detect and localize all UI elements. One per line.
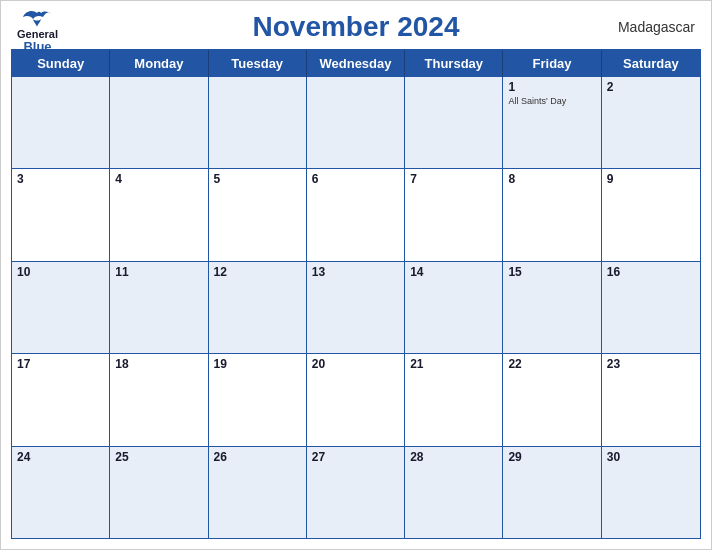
day-cell: 13 xyxy=(307,262,405,353)
day-cell: 19 xyxy=(209,354,307,445)
day-number: 10 xyxy=(17,265,104,279)
day-number: 22 xyxy=(508,357,595,371)
logo: General Blue xyxy=(17,9,58,54)
day-number: 23 xyxy=(607,357,695,371)
day-cell: 24 xyxy=(12,447,110,538)
day-number: 7 xyxy=(410,172,497,186)
header-monday: Monday xyxy=(110,50,208,77)
calendar: Sunday Monday Tuesday Wednesday Thursday… xyxy=(11,49,701,539)
day-number: 9 xyxy=(607,172,695,186)
day-cell: 20 xyxy=(307,354,405,445)
day-number: 26 xyxy=(214,450,301,464)
day-cell: 16 xyxy=(602,262,700,353)
day-cell xyxy=(209,77,307,168)
logo-blue-text: Blue xyxy=(23,40,51,54)
day-cell: 7 xyxy=(405,169,503,260)
day-number: 14 xyxy=(410,265,497,279)
week-row-1: 1All Saints' Day2 xyxy=(12,77,700,168)
day-number: 16 xyxy=(607,265,695,279)
day-cell: 29 xyxy=(503,447,601,538)
month-title: November 2024 xyxy=(252,11,459,43)
week-row-3: 10111213141516 xyxy=(12,261,700,353)
day-cell xyxy=(12,77,110,168)
country-label: Madagascar xyxy=(618,19,695,35)
day-number: 6 xyxy=(312,172,399,186)
day-number: 4 xyxy=(115,172,202,186)
day-cell: 28 xyxy=(405,447,503,538)
day-number: 13 xyxy=(312,265,399,279)
week-row-5: 24252627282930 xyxy=(12,446,700,538)
day-number: 29 xyxy=(508,450,595,464)
day-number: 19 xyxy=(214,357,301,371)
day-cell: 5 xyxy=(209,169,307,260)
day-number: 24 xyxy=(17,450,104,464)
day-cell: 26 xyxy=(209,447,307,538)
week-row-4: 17181920212223 xyxy=(12,353,700,445)
day-number: 12 xyxy=(214,265,301,279)
header-tuesday: Tuesday xyxy=(209,50,307,77)
holiday-label: All Saints' Day xyxy=(508,96,595,107)
header: General Blue November 2024 Madagascar xyxy=(1,1,711,49)
day-cell: 15 xyxy=(503,262,601,353)
day-cell: 21 xyxy=(405,354,503,445)
day-cell: 23 xyxy=(602,354,700,445)
header-wednesday: Wednesday xyxy=(307,50,405,77)
day-cell: 18 xyxy=(110,354,208,445)
day-cell: 9 xyxy=(602,169,700,260)
day-cell: 3 xyxy=(12,169,110,260)
day-cell: 8 xyxy=(503,169,601,260)
day-cell: 27 xyxy=(307,447,405,538)
day-number: 30 xyxy=(607,450,695,464)
day-cell xyxy=(110,77,208,168)
day-number: 28 xyxy=(410,450,497,464)
day-cell: 11 xyxy=(110,262,208,353)
day-number: 18 xyxy=(115,357,202,371)
day-number: 11 xyxy=(115,265,202,279)
day-number: 2 xyxy=(607,80,695,94)
day-cell xyxy=(307,77,405,168)
header-saturday: Saturday xyxy=(602,50,700,77)
page: General Blue November 2024 Madagascar Su… xyxy=(0,0,712,550)
day-cell: 22 xyxy=(503,354,601,445)
day-cell: 2 xyxy=(602,77,700,168)
day-number: 8 xyxy=(508,172,595,186)
day-number: 1 xyxy=(508,80,595,94)
day-number: 15 xyxy=(508,265,595,279)
day-number: 20 xyxy=(312,357,399,371)
day-cell: 30 xyxy=(602,447,700,538)
day-cell: 25 xyxy=(110,447,208,538)
day-number: 5 xyxy=(214,172,301,186)
calendar-body: 1All Saints' Day234567891011121314151617… xyxy=(12,77,700,538)
day-number: 21 xyxy=(410,357,497,371)
day-number: 25 xyxy=(115,450,202,464)
header-friday: Friday xyxy=(503,50,601,77)
day-cell: 12 xyxy=(209,262,307,353)
day-cell xyxy=(405,77,503,168)
day-number: 27 xyxy=(312,450,399,464)
header-thursday: Thursday xyxy=(405,50,503,77)
logo-bird-icon xyxy=(23,9,51,27)
days-header: Sunday Monday Tuesday Wednesday Thursday… xyxy=(12,50,700,77)
day-cell: 10 xyxy=(12,262,110,353)
day-cell: 17 xyxy=(12,354,110,445)
day-cell: 1All Saints' Day xyxy=(503,77,601,168)
day-number: 17 xyxy=(17,357,104,371)
day-number: 3 xyxy=(17,172,104,186)
day-cell: 6 xyxy=(307,169,405,260)
week-row-2: 3456789 xyxy=(12,168,700,260)
day-cell: 4 xyxy=(110,169,208,260)
day-cell: 14 xyxy=(405,262,503,353)
